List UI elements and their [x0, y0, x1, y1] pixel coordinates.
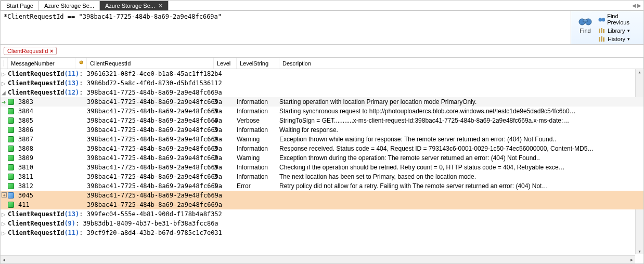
library-label: Library [608, 28, 625, 34]
cell-level: 2 [214, 154, 237, 162]
column-clientrequestid[interactable]: ClientRequestId [87, 58, 214, 69]
log-row[interactable]: 3810398bac41-7725-484b-8a69-2a9e48fc669a… [1, 163, 643, 172]
close-icon[interactable]: ✕ [158, 3, 163, 9]
group-row[interactable]: ▷ClientRequestId (13): 399fec04-555e-4b8… [1, 209, 643, 219]
group-row[interactable]: ▷ClientRequestId (11): 39616321-08f2-4ce… [1, 69, 643, 78]
cell-level: 4 [214, 117, 237, 124]
trace-green-icon [8, 202, 14, 208]
trace-green-icon [8, 146, 14, 152]
cell-description: Exception thrown while waiting for respo… [279, 136, 643, 143]
expand-icon[interactable]: ▷ [2, 221, 8, 227]
column-icon[interactable] [1, 58, 8, 69]
log-row[interactable]: 3805398bac41-7725-484b-8a69-2a9e48fc669a… [1, 116, 643, 125]
tab-azure-storage-1[interactable]: Azure Storage Se... [38, 1, 100, 10]
remove-filter-icon[interactable]: × [50, 48, 53, 54]
group-value: : 3986bd72-5a8c-4f0d-8730-d5bfd1536112 [79, 80, 222, 87]
group-row[interactable]: ▷ClientRequestId (11): 39cf9f20-a8d4-43b… [1, 228, 643, 237]
column-description[interactable]: Description [279, 58, 643, 69]
cell-messagenumber: 3805 [16, 117, 75, 124]
horizontal-scrollbar[interactable]: ◂▸ [1, 255, 635, 263]
find-previous-button[interactable]: Find Previous [598, 13, 640, 25]
column-level[interactable]: Level [214, 58, 237, 69]
trace-green-icon [8, 108, 14, 114]
grid-body: ▴▾ ▷ClientRequestId (11): 39616321-08f2-… [1, 69, 643, 254]
expand-row-icon[interactable]: + [2, 192, 7, 197]
tab-next-icon[interactable]: ▶ [637, 3, 641, 8]
log-row[interactable]: 3812398bac41-7725-484b-8a69-2a9e48fc669a… [1, 181, 643, 191]
svg-rect-15 [82, 63, 83, 64]
group-row[interactable]: ▷ClientRequestId (13): 3986bd72-5a8c-4f0… [1, 78, 643, 88]
find-previous-label: Find Previous [607, 13, 640, 25]
row-gutter [1, 117, 16, 124]
trace-green-icon [8, 117, 14, 124]
cell-description: StringToSign = GET...........x-ms-client… [279, 117, 643, 124]
log-row[interactable]: 3804398bac41-7725-484b-8a69-2a9e48fc669a… [1, 107, 643, 116]
cell-messagenumber: 3809 [16, 154, 75, 162]
log-row[interactable]: 3808398bac41-7725-484b-8a69-2a9e48fc669a… [1, 144, 643, 153]
library-dropdown[interactable]: Library ▾ [598, 28, 640, 34]
row-gutter [1, 202, 16, 208]
cell-levelstring: Information [237, 173, 279, 180]
group-label: ClientRequestId [8, 89, 64, 96]
find-label: Find [579, 28, 590, 34]
trace-green-icon [8, 164, 14, 170]
group-row[interactable]: ◢ClientRequestId (12): 398bac41-7725-484… [1, 88, 643, 97]
cell-levelstring: Warning [237, 136, 279, 143]
svg-rect-7 [603, 29, 604, 33]
row-gutter [1, 164, 16, 170]
log-row[interactable]: ➔3803398bac41-7725-484b-8a69-2a9e48fc669… [1, 97, 643, 107]
current-row-icon: ➔ [2, 99, 6, 105]
cell-clientrequestid: 398bac41-7725-484b-8a69-2a9e48fc669a [87, 182, 214, 190]
tab-label: Start Page [6, 3, 33, 9]
expand-icon[interactable]: ▷ [2, 212, 8, 217]
column-crid-icon[interactable] [75, 58, 87, 69]
trace-green-icon [8, 155, 14, 161]
log-row[interactable]: 3811398bac41-7725-484b-8a69-2a9e48fc669a… [1, 172, 643, 181]
find-button[interactable]: Find [574, 13, 596, 42]
cell-clientrequestid: 398bac41-7725-484b-8a69-2a9e48fc669a [87, 192, 214, 199]
cell-levelstring: Information [237, 145, 279, 152]
log-row[interactable]: 3809398bac41-7725-484b-8a69-2a9e48fc669a… [1, 153, 643, 163]
cell-messagenumber: 3808 [16, 145, 75, 152]
log-row[interactable]: +3045398bac41-7725-484b-8a69-2a9e48fc669… [1, 191, 643, 200]
cell-level: 3 [214, 173, 237, 180]
tab-start-page[interactable]: Start Page [1, 1, 39, 10]
row-gutter [1, 136, 16, 142]
binoculars-small-icon [598, 16, 605, 22]
column-levelstring[interactable]: LevelString [237, 58, 279, 69]
log-row[interactable]: 3807398bac41-7725-484b-8a69-2a9e48fc669a… [1, 135, 643, 144]
collapse-icon[interactable]: ◢ [2, 90, 8, 96]
tab-azure-storage-2[interactable]: Azure Storage Se... ✕ [99, 1, 169, 10]
cell-messagenumber: 3806 [16, 126, 75, 134]
history-dropdown[interactable]: History ▾ [598, 36, 640, 42]
expand-icon[interactable]: ▷ [2, 230, 8, 236]
log-row[interactable]: 411398bac41-7725-484b-8a69-2a9e48fc669a [1, 200, 643, 209]
log-row[interactable]: 3806398bac41-7725-484b-8a69-2a9e48fc669a… [1, 125, 643, 135]
cell-level: 3 [214, 145, 237, 152]
cell-level: 2 [214, 136, 237, 143]
cell-levelstring: Error [237, 182, 279, 190]
cell-clientrequestid: 398bac41-7725-484b-8a69-2a9e48fc669a [87, 154, 214, 162]
cell-level: 3 [214, 98, 237, 105]
trace-green-icon [8, 99, 14, 105]
filter-tag-clientrequestid[interactable]: ClientRequestId × [4, 47, 57, 55]
table-header: MessageNumber ClientRequestId Level Leve… [1, 58, 643, 69]
column-messagenumber[interactable]: MessageNumber [8, 58, 75, 69]
expand-icon[interactable]: ▷ [2, 71, 8, 77]
group-label: ClientRequestId [8, 220, 64, 227]
cell-levelstring: Information [237, 108, 279, 115]
group-value: : 398bac41-7725-484b-8a69-2a9e48fc669a [79, 89, 222, 96]
filter-row: ClientRequestId × [1, 45, 643, 58]
cell-description: Starting operation with location Primary… [279, 98, 643, 105]
tab-label: Azure Storage Se... [105, 3, 155, 9]
group-row[interactable]: ▷ClientRequestId (9): 39b83db1-8409-4b37… [1, 219, 643, 228]
tab-prev-icon[interactable]: ◀ [632, 3, 636, 8]
cell-level: 3 [214, 164, 237, 171]
svg-rect-2 [583, 20, 587, 22]
cell-messagenumber: 3812 [16, 182, 75, 190]
filter-tag-label: ClientRequestId [7, 48, 48, 54]
expand-icon[interactable]: ▷ [2, 81, 8, 86]
filter-query-input[interactable]: *ClientRequestId == "398bac41-7725-484b-… [1, 11, 571, 44]
cell-clientrequestid: 398bac41-7725-484b-8a69-2a9e48fc669a [87, 201, 214, 208]
cell-clientrequestid: 398bac41-7725-484b-8a69-2a9e48fc669a [87, 145, 214, 152]
